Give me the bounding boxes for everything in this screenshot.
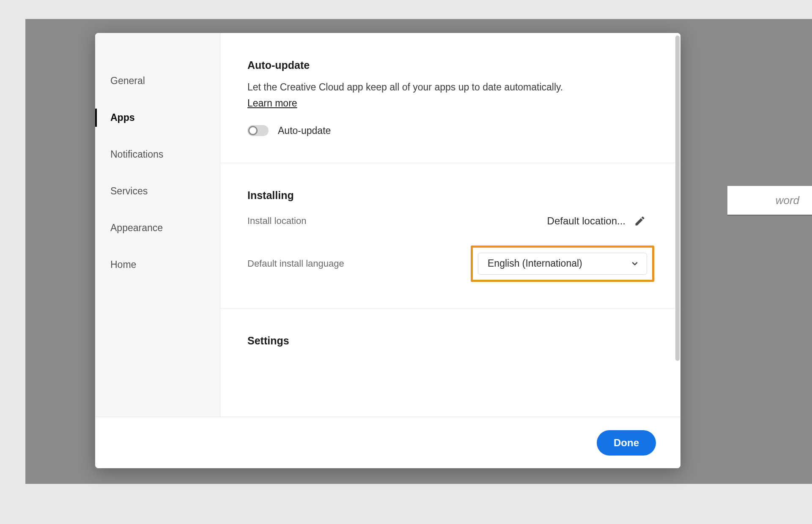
preferences-main: Auto-update Let the Creative Cloud app k…: [220, 33, 680, 417]
dropdown-value: English (International): [488, 258, 582, 269]
auto-update-description: Let the Creative Cloud app keep all of y…: [247, 80, 653, 95]
default-language-label: Default install language: [247, 258, 344, 269]
preferences-sidebar: General Apps Notifications Services Appe…: [95, 33, 220, 417]
sidebar-item-notifications[interactable]: Notifications: [95, 136, 220, 173]
language-dropdown-highlight: English (International): [471, 246, 654, 282]
sidebar-item-appearance[interactable]: Appearance: [95, 210, 220, 246]
default-language-dropdown[interactable]: English (International): [478, 253, 647, 275]
install-location-label: Install location: [247, 216, 306, 227]
sidebar-item-apps[interactable]: Apps: [95, 99, 220, 136]
dialog-footer: Done: [95, 417, 680, 468]
sidebar-item-label: General: [110, 75, 145, 86]
scrollbar[interactable]: [675, 35, 680, 361]
sidebar-item-label: Apps: [110, 112, 135, 123]
section-settings: Settings: [220, 308, 680, 406]
sidebar-item-label: Home: [110, 259, 136, 270]
install-location-value: Default location...: [547, 215, 625, 227]
background-search-field: word: [727, 186, 812, 216]
chevron-down-icon: [631, 259, 639, 268]
sidebar-item-label: Services: [110, 186, 148, 196]
sidebar-item-home[interactable]: Home: [95, 246, 220, 283]
section-auto-update: Auto-update Let the Creative Cloud app k…: [220, 33, 680, 163]
section-installing: Installing Install location Default loca…: [220, 163, 680, 308]
section-title: Auto-update: [247, 59, 653, 71]
auto-update-toggle[interactable]: [247, 125, 269, 136]
edit-location-icon[interactable]: [634, 215, 646, 227]
sidebar-item-label: Appearance: [110, 222, 163, 233]
sidebar-item-general[interactable]: General: [95, 63, 220, 99]
done-button[interactable]: Done: [597, 430, 656, 456]
auto-update-toggle-label: Auto-update: [278, 125, 331, 136]
background-partial-text: word: [776, 194, 799, 207]
learn-more-link[interactable]: Learn more: [247, 98, 297, 109]
sidebar-item-services[interactable]: Services: [95, 173, 220, 210]
preferences-dialog: General Apps Notifications Services Appe…: [95, 33, 680, 468]
section-title: Settings: [247, 335, 653, 347]
sidebar-item-label: Notifications: [110, 149, 163, 160]
section-title: Installing: [247, 189, 653, 202]
toggle-knob: [248, 126, 258, 135]
